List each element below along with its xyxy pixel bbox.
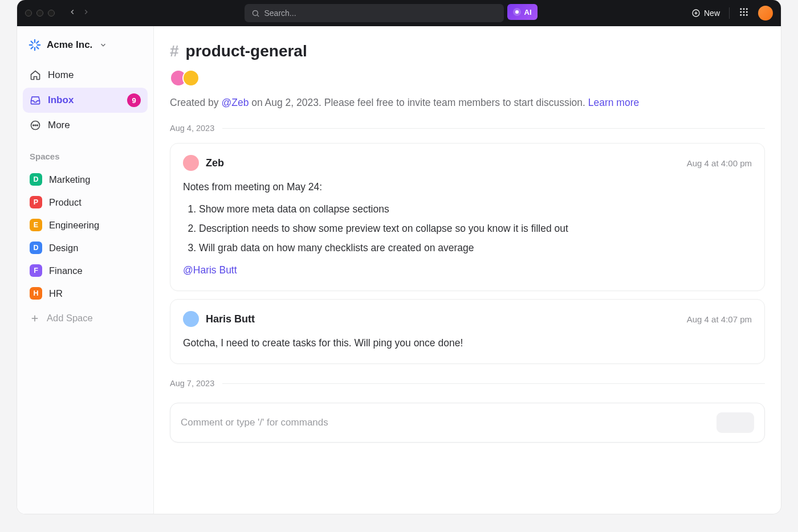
nav-inbox[interactable]: Inbox 9 (23, 88, 148, 113)
nav-more[interactable]: More (23, 114, 148, 137)
message-timestamp: Aug 4 at 4:00 pm (687, 158, 752, 168)
svg-point-24 (35, 125, 36, 126)
traffic-dot[interactable] (48, 10, 55, 17)
add-space-label: Add Space (47, 313, 93, 324)
inbox-icon (30, 95, 41, 106)
svg-point-7 (746, 8, 748, 10)
search-input[interactable]: Search... (245, 4, 504, 22)
created-mid: on Aug 2, 2023. Please feel free to invi… (249, 97, 588, 108)
author-name[interactable]: Haris Butt (206, 313, 255, 325)
grid-icon (739, 7, 749, 17)
user-avatar[interactable] (758, 6, 773, 21)
space-name: Design (49, 243, 78, 253)
comment-input[interactable] (181, 417, 716, 428)
space-item[interactable]: EEngineering (23, 214, 148, 236)
space-item[interactable]: HHR (23, 282, 148, 305)
send-button[interactable] (716, 412, 754, 433)
workspace-switcher[interactable]: Acme Inc. (23, 34, 148, 56)
nav-home[interactable]: Home (23, 64, 148, 87)
member-avatar[interactable] (182, 69, 199, 87)
author-avatar[interactable] (183, 311, 199, 327)
space-name: HR (49, 288, 63, 299)
svg-line-19 (36, 47, 38, 48)
new-button[interactable]: New (691, 9, 720, 18)
message-body: Notes from meeting on May 24: Show more … (183, 179, 752, 278)
ai-button[interactable]: AI (507, 4, 538, 20)
list-item: Will grab data on how many checklists ar… (199, 238, 752, 257)
author-name[interactable]: Zeb (206, 157, 224, 169)
message-list: Show more meta data on collapse sections… (199, 199, 752, 257)
plus-circle-icon (691, 9, 701, 18)
created-by-mention[interactable]: @Zeb (221, 97, 249, 108)
space-icon: E (30, 219, 42, 231)
channel-created-line: Created by @Zeb on Aug 2, 2023. Please f… (170, 97, 765, 109)
svg-line-21 (36, 42, 38, 43)
titlebar-right: New (691, 6, 773, 21)
back-button[interactable] (68, 8, 76, 18)
apps-button[interactable] (739, 7, 749, 19)
svg-line-18 (31, 42, 33, 43)
space-name: Finance (49, 265, 83, 276)
nav-label: More (48, 120, 70, 131)
window-controls (25, 10, 55, 17)
space-icon: F (30, 264, 42, 277)
traffic-dot[interactable] (25, 10, 32, 17)
titlebar: Search... AI New (17, 0, 781, 26)
forward-button[interactable] (82, 8, 90, 18)
message-lead: Notes from meeting on May 24: (183, 179, 752, 195)
separator-line (222, 383, 765, 384)
more-icon (30, 120, 41, 131)
add-space-button[interactable]: Add Space (23, 307, 148, 329)
space-name: Engineering (49, 220, 99, 231)
list-item: Description needs to show some preview t… (199, 219, 752, 238)
message-body: Gotcha, I need to create tasks for this.… (183, 335, 752, 351)
svg-point-0 (253, 10, 258, 15)
search-icon (251, 9, 260, 18)
message-text: Gotcha, I need to create tasks for this.… (183, 335, 752, 351)
space-icon: D (30, 173, 42, 186)
sidebar: Acme Inc. Home Inbox 9 More Spaces (17, 26, 154, 514)
message-card: Zeb Aug 4 at 4:00 pm Notes from meeting … (170, 143, 765, 291)
space-icon: D (30, 242, 42, 254)
date-separator: Aug 7, 2023 (170, 379, 765, 388)
message-timestamp: Aug 4 at 4:07 pm (687, 314, 752, 324)
comment-composer[interactable] (170, 403, 765, 443)
channel-members[interactable] (170, 69, 765, 87)
ai-label: AI (524, 8, 532, 17)
author-avatar[interactable] (183, 155, 199, 171)
ai-icon (513, 8, 521, 16)
main-content: # product-general Created by @Zeb on Aug… (154, 26, 781, 514)
new-label: New (704, 9, 720, 18)
traffic-dot[interactable] (36, 10, 43, 17)
svg-point-8 (740, 11, 742, 13)
space-item[interactable]: PProduct (23, 191, 148, 214)
nav-label: Inbox (48, 95, 74, 106)
primary-nav: Home Inbox 9 More (23, 64, 148, 137)
spaces-heading: Spaces (30, 152, 141, 161)
date-separator: Aug 4, 2023 (170, 124, 765, 133)
home-icon (30, 69, 41, 81)
hash-icon: # (170, 42, 179, 60)
workspace-name: Acme Inc. (47, 39, 92, 51)
divider (729, 7, 730, 19)
space-name: Product (49, 197, 82, 208)
spaces-list: DMarketingPProductEEngineeringDDesignFFi… (23, 168, 148, 305)
svg-point-9 (743, 11, 745, 13)
workspace-logo-icon (28, 39, 41, 51)
search-placeholder: Search... (264, 9, 296, 18)
space-item[interactable]: DMarketing (23, 168, 148, 191)
chevron-down-icon (99, 41, 107, 49)
learn-more-link[interactable]: Learn more (588, 97, 640, 108)
plus-icon (30, 313, 40, 324)
space-name: Marketing (49, 174, 90, 185)
list-item: Show more meta data on collapse sections (199, 199, 752, 219)
channel-name: product-general (186, 42, 307, 60)
mention[interactable]: @Haris Butt (183, 262, 752, 278)
message-header: Haris Butt Aug 4 at 4:07 pm (183, 311, 752, 327)
separator-line (222, 128, 765, 129)
svg-point-13 (746, 14, 748, 16)
history-nav (68, 8, 90, 18)
svg-point-25 (37, 125, 38, 126)
space-item[interactable]: FFinance (23, 259, 148, 282)
space-item[interactable]: DDesign (23, 236, 148, 259)
